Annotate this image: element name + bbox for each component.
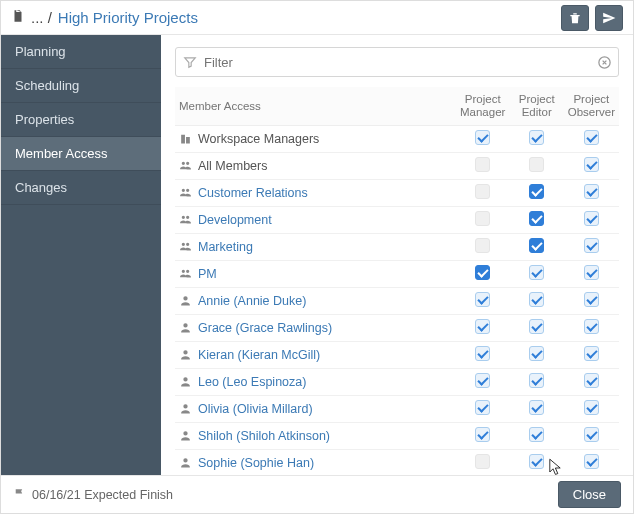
perm-checkbox[interactable] <box>584 184 599 199</box>
perm-checkbox[interactable] <box>529 373 544 388</box>
sidebar: PlanningSchedulingPropertiesMember Acces… <box>1 35 161 475</box>
perm-checkbox[interactable] <box>475 427 490 442</box>
perm-cell <box>510 423 564 450</box>
expected-finish: 06/16/21 Expected Finish <box>13 487 173 503</box>
sidebar-item-member-access[interactable]: Member Access <box>1 137 161 171</box>
perm-cell <box>510 396 564 423</box>
row-label[interactable]: Marketing <box>198 240 253 254</box>
perm-checkbox[interactable] <box>584 211 599 226</box>
perm-cell <box>456 369 510 396</box>
person-icon <box>179 375 194 388</box>
person-icon <box>179 429 194 442</box>
perm-cell <box>510 261 564 288</box>
perm-checkbox[interactable] <box>584 157 599 172</box>
col-header-name: Member Access <box>175 87 456 126</box>
row-name-cell: Marketing <box>175 234 456 261</box>
row-name-cell: Workspace Managers <box>175 126 456 153</box>
row-label[interactable]: Olivia (Olivia Millard) <box>198 402 313 416</box>
table-row: Shiloh (Shiloh Atkinson) <box>175 423 619 450</box>
perm-checkbox <box>475 454 490 469</box>
close-button[interactable]: Close <box>558 481 621 508</box>
col-header-project-observer[interactable]: ProjectObserver <box>564 87 619 126</box>
perm-checkbox[interactable] <box>529 454 544 469</box>
table-row: Kieran (Kieran McGill) <box>175 342 619 369</box>
perm-checkbox[interactable] <box>584 427 599 442</box>
perm-checkbox[interactable] <box>529 292 544 307</box>
sidebar-item-properties[interactable]: Properties <box>1 103 161 137</box>
perm-cell <box>456 234 510 261</box>
perm-checkbox[interactable] <box>529 265 544 280</box>
perm-checkbox[interactable] <box>475 373 490 388</box>
perm-cell <box>564 369 619 396</box>
perm-checkbox[interactable] <box>475 292 490 307</box>
send-button[interactable] <box>595 5 623 31</box>
group-icon <box>179 213 194 226</box>
perm-checkbox[interactable] <box>584 454 599 469</box>
filter-icon <box>182 54 198 70</box>
delete-button[interactable] <box>561 5 589 31</box>
row-label[interactable]: Kieran (Kieran McGill) <box>198 348 320 362</box>
perm-checkbox[interactable] <box>584 319 599 334</box>
row-label[interactable]: Leo (Leo Espinoza) <box>198 375 306 389</box>
perm-cell <box>510 153 564 180</box>
filter-input[interactable] <box>175 47 619 77</box>
perm-checkbox[interactable] <box>529 184 544 199</box>
sidebar-item-planning[interactable]: Planning <box>1 35 161 69</box>
row-label[interactable]: Development <box>198 213 272 227</box>
perm-cell <box>510 450 564 475</box>
perm-cell <box>564 180 619 207</box>
perm-checkbox[interactable] <box>584 373 599 388</box>
row-label[interactable]: Grace (Grace Rawlings) <box>198 321 332 335</box>
clear-filter-icon[interactable] <box>596 54 612 70</box>
perm-checkbox[interactable] <box>475 130 490 145</box>
perm-checkbox[interactable] <box>529 238 544 253</box>
perm-cell <box>510 342 564 369</box>
perm-cell <box>456 288 510 315</box>
table-row: Olivia (Olivia Millard) <box>175 396 619 423</box>
perm-checkbox[interactable] <box>475 265 490 280</box>
row-name-cell: Sophie (Sophie Han) <box>175 450 456 475</box>
row-label[interactable]: PM <box>198 267 217 281</box>
page-title[interactable]: High Priority Projects <box>58 9 198 26</box>
perm-cell <box>510 180 564 207</box>
table-row: Grace (Grace Rawlings) <box>175 315 619 342</box>
group-icon <box>179 267 194 280</box>
perm-cell <box>564 342 619 369</box>
perm-checkbox[interactable] <box>584 292 599 307</box>
row-label[interactable]: Sophie (Sophie Han) <box>198 456 314 470</box>
perm-checkbox[interactable] <box>475 346 490 361</box>
perm-checkbox[interactable] <box>475 319 490 334</box>
col-header-project-manager[interactable]: ProjectManager <box>456 87 510 126</box>
perm-cell <box>564 315 619 342</box>
perm-checkbox[interactable] <box>529 319 544 334</box>
building-icon <box>179 132 194 145</box>
perm-checkbox[interactable] <box>475 400 490 415</box>
perm-cell <box>564 288 619 315</box>
sidebar-item-scheduling[interactable]: Scheduling <box>1 69 161 103</box>
perm-checkbox[interactable] <box>529 427 544 442</box>
perm-checkbox[interactable] <box>584 400 599 415</box>
crumb-prefix[interactable]: ... / <box>31 9 52 26</box>
perm-checkbox[interactable] <box>529 130 544 145</box>
perm-checkbox[interactable] <box>529 400 544 415</box>
perm-checkbox[interactable] <box>584 265 599 280</box>
access-table: Member AccessProjectManagerProjectEditor… <box>175 87 619 475</box>
col-header-project-editor[interactable]: ProjectEditor <box>510 87 564 126</box>
perm-checkbox[interactable] <box>529 211 544 226</box>
row-name-cell: Kieran (Kieran McGill) <box>175 342 456 369</box>
perm-checkbox <box>475 157 490 172</box>
group-icon <box>179 159 194 172</box>
perm-checkbox[interactable] <box>584 130 599 145</box>
perm-checkbox[interactable] <box>584 238 599 253</box>
row-label[interactable]: Shiloh (Shiloh Atkinson) <box>198 429 330 443</box>
sidebar-item-changes[interactable]: Changes <box>1 171 161 205</box>
row-label[interactable]: Annie (Annie Duke) <box>198 294 306 308</box>
table-row: Marketing <box>175 234 619 261</box>
perm-checkbox[interactable] <box>529 346 544 361</box>
perm-cell <box>456 450 510 475</box>
perm-checkbox[interactable] <box>584 346 599 361</box>
row-label[interactable]: Customer Relations <box>198 186 308 200</box>
flag-icon <box>13 487 26 503</box>
person-icon <box>179 456 194 469</box>
perm-checkbox <box>475 211 490 226</box>
